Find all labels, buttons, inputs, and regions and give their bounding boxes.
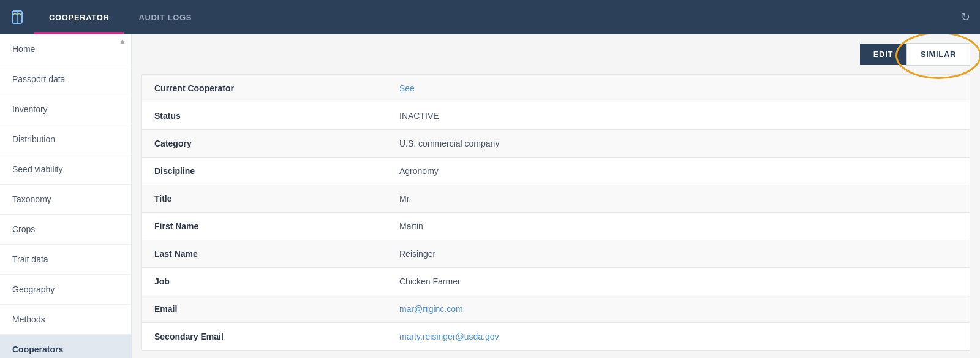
field-value-discipline: Agronomy <box>387 158 970 185</box>
field-label-current-cooperator: Current Cooperator <box>142 75 387 102</box>
similar-button[interactable]: SIMILAR <box>907 43 970 66</box>
field-label-first-name: First Name <box>142 213 387 240</box>
app-logo[interactable] <box>0 9 34 26</box>
table-row: Last Name Reisinger <box>142 240 970 268</box>
field-value-secondary-email[interactable]: marty.reisinger@usda.gov <box>387 323 970 350</box>
field-value-category: U.S. commercial company <box>387 130 970 157</box>
detail-table: Current Cooperator See Status INACTIVE C… <box>141 74 970 351</box>
top-navigation: COOPERATOR AUDIT LOGS ↻ <box>0 0 980 34</box>
tab-audit-logs[interactable]: AUDIT LOGS <box>124 0 206 34</box>
field-label-job: Job <box>142 268 387 295</box>
sidebar-item-taxonomy[interactable]: Taxonomy <box>0 185 131 215</box>
field-value-first-name: Martin <box>387 213 970 240</box>
table-row: First Name Martin <box>142 213 970 240</box>
sidebar-item-methods[interactable]: Methods <box>0 305 131 335</box>
edit-button[interactable]: EDIT <box>860 44 907 65</box>
refresh-icon[interactable]: ↻ <box>961 10 970 24</box>
table-row: Current Cooperator See <box>142 75 970 102</box>
sidebar-item-trait-data[interactable]: Trait data <box>0 245 131 275</box>
field-value-current-cooperator[interactable]: See <box>387 75 970 102</box>
field-label-status: Status <box>142 102 387 129</box>
field-label-discipline: Discipline <box>142 158 387 185</box>
sidebar-item-cooperators[interactable]: Cooperators <box>0 335 131 358</box>
field-label-title: Title <box>142 185 387 212</box>
action-bar: EDIT SIMILAR <box>132 34 980 74</box>
sidebar-item-home[interactable]: Home <box>0 34 131 64</box>
table-row: Job Chicken Farmer <box>142 268 970 295</box>
sidebar: ▲ Home Passport data Inventory Distribut… <box>0 34 132 358</box>
sidebar-item-distribution[interactable]: Distribution <box>0 124 131 154</box>
sidebar-item-seed-viability[interactable]: Seed viability <box>0 154 131 185</box>
sidebar-item-crops[interactable]: Crops <box>0 215 131 245</box>
field-label-secondary-email: Secondary Email <box>142 323 387 350</box>
content-area: EDIT SIMILAR Current Cooperator See Stat… <box>132 34 980 358</box>
table-row: Discipline Agronomy <box>142 158 970 185</box>
nav-tabs: COOPERATOR AUDIT LOGS <box>34 0 961 34</box>
scroll-up-button[interactable]: ▲ <box>119 37 126 45</box>
main-layout: ▲ Home Passport data Inventory Distribut… <box>0 34 980 358</box>
sidebar-item-inventory[interactable]: Inventory <box>0 94 131 124</box>
field-value-title: Mr. <box>387 185 970 212</box>
table-row: Email mar@rrginc.com <box>142 295 970 323</box>
similar-wrapper: SIMILAR <box>907 43 970 66</box>
table-row: Status INACTIVE <box>142 102 970 130</box>
field-value-email[interactable]: mar@rrginc.com <box>387 295 970 322</box>
field-label-email: Email <box>142 295 387 322</box>
table-row: Category U.S. commercial company <box>142 130 970 158</box>
field-value-job: Chicken Farmer <box>387 268 970 295</box>
tab-cooperator[interactable]: COOPERATOR <box>34 0 124 34</box>
field-label-last-name: Last Name <box>142 240 387 267</box>
field-value-status: INACTIVE <box>387 102 970 129</box>
sidebar-item-passport-data[interactable]: Passport data <box>0 64 131 94</box>
field-value-last-name: Reisinger <box>387 240 970 267</box>
table-row: Secondary Email marty.reisinger@usda.gov <box>142 323 970 350</box>
field-label-category: Category <box>142 130 387 157</box>
sidebar-item-geography[interactable]: Geography <box>0 275 131 305</box>
table-row: Title Mr. <box>142 185 970 213</box>
